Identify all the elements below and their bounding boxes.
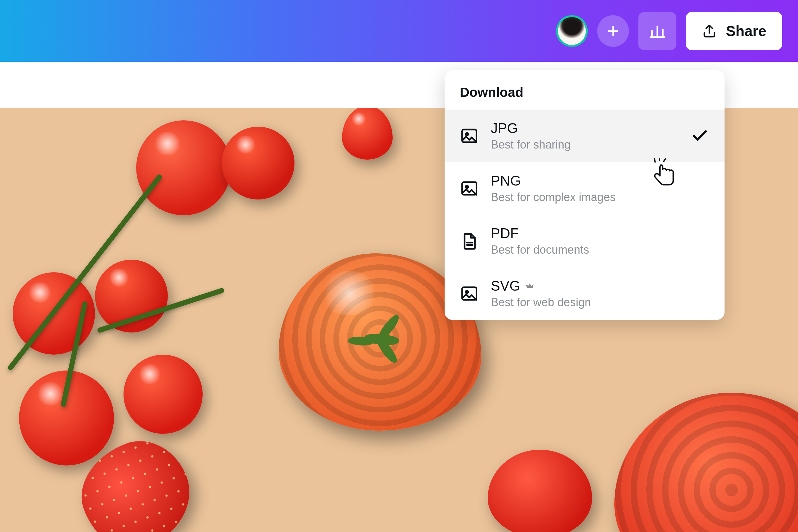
header-bar: Share (0, 0, 798, 62)
download-option-label: PDF (491, 226, 519, 241)
svg-point-3 (466, 186, 468, 188)
download-option-label: SVG (491, 278, 520, 294)
download-option-label: JPG (491, 120, 518, 136)
download-option-svg[interactable]: SVGBest for web design (444, 267, 724, 320)
download-option-jpg[interactable]: JPGBest for sharing (444, 110, 724, 162)
upload-icon (702, 23, 717, 39)
download-option-description: Best for documents (491, 243, 589, 256)
document-icon (460, 231, 479, 250)
svg-point-5 (466, 291, 468, 293)
bar-chart-icon (648, 22, 667, 40)
user-avatar[interactable] (556, 15, 588, 47)
download-option-description: Best for web design (491, 296, 591, 309)
dropdown-title: Download (444, 70, 724, 110)
download-option-description: Best for complex images (491, 191, 615, 204)
image-icon (460, 179, 479, 198)
image-icon (460, 126, 479, 145)
download-dropdown: Download JPGBest for sharingPNGBest for … (444, 70, 724, 320)
premium-crown-icon (525, 282, 534, 290)
download-option-pdf[interactable]: PDFBest for documents (444, 215, 724, 267)
download-option-png[interactable]: PNGBest for complex images (444, 162, 724, 215)
download-option-description: Best for sharing (491, 138, 571, 151)
add-collaborator-button[interactable] (597, 15, 629, 47)
checkmark-icon (691, 127, 709, 145)
insights-button[interactable] (639, 12, 677, 50)
share-label: Share (726, 22, 766, 40)
download-option-label: PNG (491, 173, 521, 189)
plus-icon (606, 24, 620, 38)
svg-point-1 (466, 133, 468, 135)
image-icon (460, 284, 479, 303)
share-button[interactable]: Share (686, 12, 782, 50)
